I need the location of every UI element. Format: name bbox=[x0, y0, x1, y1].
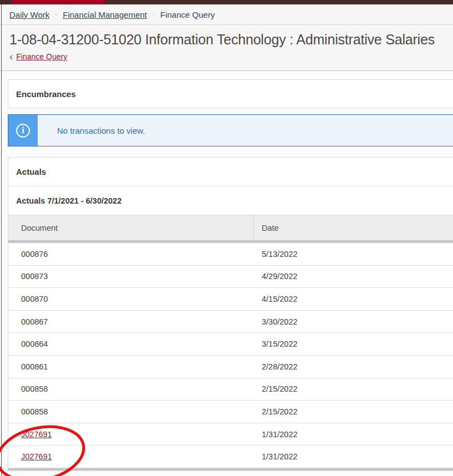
document-value: 000858 bbox=[21, 384, 48, 393]
document-value: 000867 bbox=[21, 317, 48, 326]
document-value: 000870 bbox=[21, 295, 48, 303]
breadcrumb-separator: · bbox=[152, 11, 155, 18]
date-value: 3/15/2022 bbox=[254, 340, 453, 348]
brand-top-bar bbox=[0, 0, 453, 4]
date-value: 3/30/2022 bbox=[254, 317, 453, 326]
back-link[interactable]: ‹ Finance Query bbox=[9, 52, 67, 61]
breadcrumb-separator: · bbox=[55, 11, 57, 18]
encumbrances-heading: Encumbrances bbox=[16, 89, 76, 99]
main-content: Encumbrances i No transactions to view. … bbox=[0, 71, 453, 476]
table-row: 0008582/15/2022 bbox=[8, 401, 453, 423]
document-cell: 000867 bbox=[8, 317, 254, 326]
horizontal-scrollbar-bottom[interactable] bbox=[8, 468, 453, 470]
document-cell: 000876 bbox=[8, 250, 254, 259]
actuals-subheading: Actuals 7/1/2021 - 6/30/2022 bbox=[8, 186, 453, 215]
breadcrumb: Daily Work·Financial Management·Finance … bbox=[0, 4, 453, 25]
document-cell: 000864 bbox=[8, 340, 254, 348]
date-value: 2/28/2022 bbox=[254, 362, 453, 371]
date-value: 2/15/2022 bbox=[254, 407, 453, 416]
actuals-card: Actuals Actuals 7/1/2021 - 6/30/2022 Doc… bbox=[8, 157, 453, 471]
date-value: 5/13/2022 bbox=[254, 250, 453, 259]
column-header-date: Date bbox=[254, 215, 453, 240]
table-row: 0008704/15/2022 bbox=[8, 288, 453, 311]
brand-accent-segment bbox=[12, 0, 105, 4]
chevron-left-icon: ‹ bbox=[9, 53, 13, 60]
table-row: 0008582/15/2022 bbox=[8, 378, 453, 401]
document-link[interactable]: J027691 bbox=[21, 430, 52, 439]
document-cell: J027691 bbox=[8, 430, 254, 439]
document-cell: 000861 bbox=[8, 362, 254, 371]
table-row: 0008765/13/2022 bbox=[8, 243, 453, 266]
breadcrumb-item-finance-query: Finance Query bbox=[160, 10, 215, 19]
date-value: 4/15/2022 bbox=[254, 295, 453, 303]
column-header-document: Document bbox=[8, 215, 254, 240]
table-row: 0008643/15/2022 bbox=[8, 333, 453, 356]
table-row: J0276911/31/2022 bbox=[8, 445, 453, 468]
table-row: J0276911/31/2022 bbox=[8, 423, 453, 446]
window-left-border bbox=[1, 4, 2, 476]
back-link-label: Finance Query bbox=[16, 52, 67, 61]
document-link[interactable]: J027691 bbox=[21, 452, 52, 461]
document-value: 000873 bbox=[21, 272, 48, 281]
table-row: 0008612/28/2022 bbox=[8, 356, 453, 378]
date-value: 4/29/2022 bbox=[254, 272, 453, 281]
table-row: 0008734/29/2022 bbox=[8, 266, 453, 288]
table-header: Document Date bbox=[8, 215, 453, 240]
page-title: 1-08-04-31200-51020 Information Technolo… bbox=[9, 32, 453, 48]
document-cell: J027691 bbox=[8, 452, 254, 461]
document-cell: 000858 bbox=[8, 384, 254, 393]
document-cell: 000870 bbox=[8, 295, 254, 303]
document-cell: 000858 bbox=[8, 407, 254, 416]
table-row: 0008673/30/2022 bbox=[8, 311, 453, 333]
breadcrumb-item-daily-work[interactable]: Daily Work bbox=[9, 10, 49, 19]
info-alert: i No transactions to view. bbox=[8, 114, 453, 146]
document-value: 000861 bbox=[21, 362, 48, 371]
breadcrumb-item-financial-management[interactable]: Financial Management bbox=[63, 10, 147, 19]
document-value: 000858 bbox=[21, 407, 48, 416]
page-header: 1-08-04-31200-51020 Information Technolo… bbox=[0, 25, 453, 71]
info-icon: i bbox=[16, 124, 30, 138]
encumbrances-card: Encumbrances bbox=[8, 79, 453, 108]
info-icon-block: i bbox=[8, 115, 38, 146]
actuals-heading-row: Actuals bbox=[8, 158, 453, 186]
actuals-heading: Actuals bbox=[16, 167, 46, 176]
date-value: 1/31/2022 bbox=[254, 430, 453, 439]
document-cell: 000873 bbox=[8, 272, 254, 281]
document-value: 000864 bbox=[21, 340, 48, 348]
alert-message: No transactions to view. bbox=[57, 126, 145, 135]
table-body: 0008765/13/20220008734/29/20220008704/15… bbox=[8, 243, 453, 468]
date-value: 2/15/2022 bbox=[254, 384, 453, 393]
date-value: 1/31/2022 bbox=[254, 452, 453, 461]
document-value: 000876 bbox=[21, 250, 48, 259]
